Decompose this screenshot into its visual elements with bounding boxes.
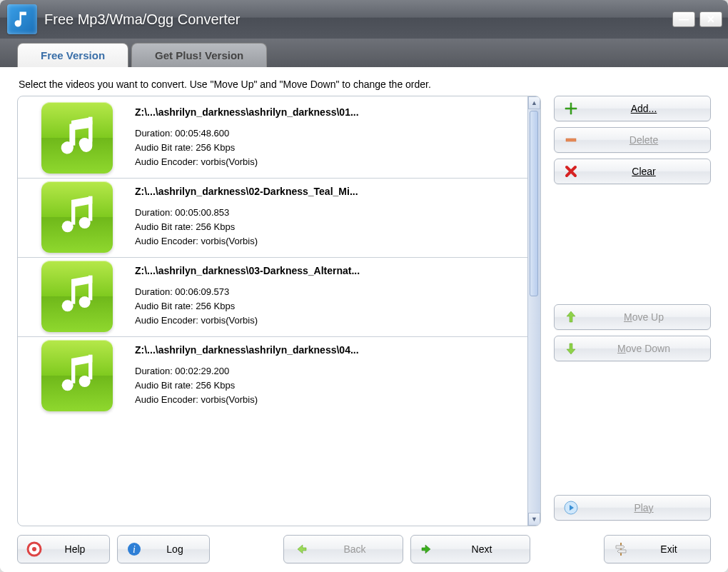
scroll-thumb[interactable] [530, 111, 538, 296]
item-path: Z:\...\ashrilyn_darkness\ashrilyn_darkne… [135, 344, 522, 356]
item-bitrate: Audio Bit rate: 256 Kbps [135, 141, 522, 155]
arrow-up-icon [563, 310, 579, 324]
play-button[interactable]: Play [554, 495, 711, 521]
svg-text:i: i [133, 544, 136, 555]
play-label: Play [634, 502, 653, 513]
content-area: Select the videos you want to convert. U… [0, 67, 728, 572]
item-path: Z:\...\ashrilyn_darkness\ashrilyn_darkne… [135, 106, 522, 118]
item-duration: Duration: 00:06:09.573 [135, 285, 522, 299]
music-note-icon [41, 102, 113, 174]
move-down-label: ove Down [626, 343, 670, 354]
clear-button[interactable]: Clear [554, 159, 711, 184]
file-list-body: Z:\...\ashrilyn_darkness\ashrilyn_darkne… [18, 96, 527, 526]
signpost-icon [613, 541, 629, 557]
delete-label: Delete [630, 134, 658, 146]
help-button[interactable]: Help [17, 535, 110, 563]
info-icon: i [126, 541, 142, 557]
item-duration: Duration: 00:05:48.600 [135, 126, 522, 141]
list-item[interactable]: Z:\...\ashrilyn_darkness\ashrilyn_darkne… [18, 99, 527, 179]
item-encoder: Audio Encoder: vorbis(Vorbis) [135, 313, 522, 328]
arrow-down-icon [563, 341, 579, 356]
help-icon [26, 541, 42, 557]
svg-rect-22 [620, 543, 622, 556]
item-path: Z:\...\ashrilyn_darkness\02-Darkness_Tea… [135, 186, 522, 197]
file-list: Z:\...\ashrilyn_darkness\ashrilyn_darkne… [17, 96, 541, 526]
exit-button[interactable]: Exit [604, 535, 711, 563]
item-encoder: Audio Encoder: vorbis(Vorbis) [135, 234, 522, 249]
list-item[interactable]: Z:\...\ashrilyn_darkness\02-Darkness_Tea… [18, 179, 527, 258]
app-icon [7, 4, 37, 34]
item-duration: Duration: 00:02:29.200 [135, 364, 522, 378]
tab-free-version[interactable]: Free Version [17, 43, 128, 67]
tab-plus-version[interactable]: Get Plus! Version [131, 43, 267, 67]
back-button[interactable]: Back [283, 535, 403, 563]
window-title: Free Mp3/Wma/Ogg Converter [44, 11, 241, 28]
item-encoder: Audio Encoder: vorbis(Vorbis) [135, 155, 522, 169]
minimize-button[interactable]: — [672, 11, 695, 27]
next-label: Next [443, 543, 521, 555]
list-item[interactable]: Z:\...\ashrilyn_darkness\03-Darkness_Alt… [18, 258, 527, 337]
app-window: Free Mp3/Wma/Ogg Converter — ✕ Free Vers… [0, 0, 728, 572]
close-button[interactable]: ✕ [699, 11, 722, 27]
exit-label: Exit [636, 543, 702, 555]
log-button[interactable]: i Log [117, 535, 210, 563]
clear-label: Clear [632, 166, 655, 177]
bottom-bar: Help i Log Back Next Exit [17, 526, 711, 572]
arrow-left-icon [293, 541, 308, 557]
side-panel: Add... Delete Clear Move Up Move [554, 96, 711, 526]
scroll-down-button[interactable]: ▼ [528, 513, 540, 526]
music-note-icon [41, 261, 113, 332]
tab-bar: Free Version Get Plus! Version [0, 39, 728, 67]
next-button[interactable]: Next [410, 535, 530, 563]
list-item[interactable]: Z:\...\ashrilyn_darkness\ashrilyn_darkne… [18, 337, 527, 416]
scrollbar[interactable]: ▲ ▼ [527, 96, 540, 526]
back-label: Back [315, 543, 394, 555]
x-icon [563, 164, 579, 179]
move-up-label: ove Up [632, 311, 664, 323]
plus-icon [563, 101, 579, 116]
log-label: Log [149, 543, 201, 555]
item-bitrate: Audio Bit rate: 256 Kbps [135, 299, 522, 313]
item-bitrate: Audio Bit rate: 256 Kbps [135, 378, 522, 393]
item-path: Z:\...\ashrilyn_darkness\03-Darkness_Alt… [135, 265, 522, 276]
music-note-icon [41, 340, 113, 411]
delete-button[interactable]: Delete [554, 127, 711, 153]
move-down-button[interactable]: Move Down [554, 336, 711, 361]
minus-icon [563, 133, 579, 147]
play-icon [563, 501, 579, 515]
svg-rect-16 [566, 139, 576, 141]
add-label: Add... [631, 103, 657, 114]
item-duration: Duration: 00:05:00.853 [135, 206, 522, 220]
item-encoder: Audio Encoder: vorbis(Vorbis) [135, 393, 522, 407]
music-note-icon [41, 181, 113, 253]
arrow-right-icon [420, 541, 435, 557]
titlebar: Free Mp3/Wma/Ogg Converter — ✕ [0, 0, 728, 39]
scroll-up-button[interactable]: ▲ [528, 96, 540, 109]
item-bitrate: Audio Bit rate: 256 Kbps [135, 220, 522, 234]
add-button[interactable]: Add... [554, 96, 711, 121]
move-up-button[interactable]: Move Up [554, 304, 711, 330]
instruction-text: Select the videos you want to convert. U… [19, 79, 711, 90]
help-label: Help [49, 543, 101, 555]
svg-point-19 [32, 547, 36, 551]
